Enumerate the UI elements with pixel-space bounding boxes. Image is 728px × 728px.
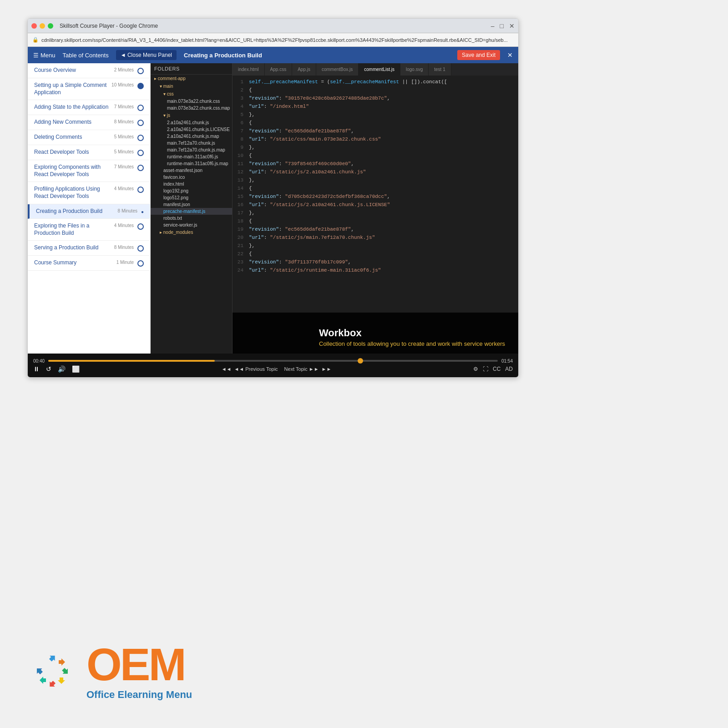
sidebar-item-0[interactable]: Course Overview 2 Minutes (28, 63, 150, 78)
file-item-14[interactable]: favicon.ico (151, 174, 232, 181)
settings-icon[interactable]: ⚙ (473, 366, 478, 372)
sidebar-item-11[interactable]: Course Summary 1 Minute (28, 256, 150, 271)
editor-content[interactable]: 1self.__precacheManifest = (self.__preca… (233, 76, 518, 313)
player-controls: ⏸ ↺ 🔊 ⬜ ◄◄ ◄◄ Previous Topic Next Topic … (33, 365, 513, 373)
address-bar[interactable]: 🔒 cdnlibrary.skillport.com/ssp/Content/r… (28, 33, 518, 47)
file-item-8[interactable]: 2.a10a2461.chunk.js.map (151, 133, 232, 140)
sidebar-status-dot (137, 245, 144, 252)
file-item-10[interactable]: main.7ef12a70.chunk.js.map (151, 147, 232, 153)
line-code: "revision": "3df7113776f8b17c099", (249, 258, 518, 266)
line-number: 3 (233, 94, 249, 102)
file-item-13[interactable]: asset-manifest.json (151, 167, 232, 174)
next-topic-nav[interactable]: Next Topic ►► ►► (284, 366, 332, 372)
file-item-4[interactable]: main.073e3a22.chunk.css.map (151, 105, 232, 111)
close-icon[interactable]: ✕ (509, 22, 515, 30)
cc-button[interactable]: CC (493, 366, 500, 372)
file-folder-22[interactable]: ▸ node_modules (151, 228, 232, 236)
sidebar-item-meta: 4 Minutes (114, 186, 134, 191)
code-line-13: 13 }, (233, 176, 518, 184)
line-code: "revision": "30157e8c428c6ba926274885dae… (249, 94, 518, 102)
file-item-3[interactable]: main.073e3a22.chunk.css (151, 98, 232, 105)
editor-tab-6[interactable]: test 1 (429, 63, 451, 76)
nav-close-icon[interactable]: ✕ (507, 51, 513, 59)
sidebar-item-5[interactable]: React Developer Tools 5 Minutes (28, 145, 150, 160)
file-item-16[interactable]: logo192.png (151, 187, 232, 194)
sidebar-item-label: Deleting Comments (34, 134, 111, 141)
file-item-12[interactable]: runtime-main.311ac0f6.js.map (151, 160, 232, 167)
file-folder-2[interactable]: ▾ css (151, 90, 232, 98)
browser-title-bar: Skillsoft Course Player - Google Chrome … (28, 19, 518, 33)
minimize-icon[interactable]: – (491, 22, 495, 30)
file-item-7[interactable]: 2.a10a2461.chunk.js.LICENSE (151, 126, 232, 133)
volume-button[interactable]: 🔊 (58, 365, 66, 373)
line-number: 8 (233, 135, 249, 143)
lock-icon: 🔒 (32, 37, 39, 43)
player-right-icons: ⚙ ⛶ CC AD (473, 366, 513, 372)
window-minimize-dot[interactable] (40, 23, 45, 29)
editor-tab-3[interactable]: commentBox.js (316, 63, 359, 76)
fullscreen-icon[interactable]: ⛶ (483, 366, 488, 372)
logo-text-block: OEM Office Elearning Menu (86, 642, 192, 701)
code-line-20: 20 "url": "/static/js/main.7ef12a70.chun… (233, 233, 518, 242)
code-editor: index.htmlApp.cssApp.jscommentBox.jscomm… (233, 63, 518, 354)
sidebar-item-2[interactable]: Adding State to the Application 7 Minute… (28, 100, 150, 115)
file-item-21[interactable]: service-worker.js (151, 222, 232, 228)
restore-icon[interactable]: □ (500, 22, 504, 30)
file-item-9[interactable]: main.7ef12a70.chunk.js (151, 140, 232, 147)
sidebar-item-6[interactable]: Exploring Components with React Develope… (28, 160, 150, 182)
file-item-18[interactable]: manifest.json (151, 201, 232, 208)
sidebar-status-dot (137, 68, 144, 74)
line-number: 9 (233, 143, 249, 152)
code-line-7: 7 "revision": "ec565d6dafe21bae878f", (233, 127, 518, 135)
editor-tab-1[interactable]: App.css (265, 63, 293, 76)
editor-tab-5[interactable]: logo.svg (400, 63, 429, 76)
file-item-17[interactable]: logo512.png (151, 194, 232, 201)
file-folder-5[interactable]: ▾ js (151, 111, 232, 119)
ad-button[interactable]: AD (505, 366, 513, 372)
save-exit-button[interactable]: Save and Exit (457, 50, 500, 60)
editor-tab-0[interactable]: index.html (233, 63, 265, 76)
progress-track[interactable] (48, 360, 498, 362)
file-item-6[interactable]: 2.a10a2461.chunk.js (151, 119, 232, 126)
window-close-dot[interactable] (31, 23, 37, 29)
file-name-text: 2.a10a2461.chunk.js.LICENSE (167, 127, 230, 132)
file-item-15[interactable]: index.html (151, 181, 232, 187)
time-total: 01:54 (501, 359, 513, 364)
sidebar-item-3[interactable]: Adding New Comments 8 Minutes (28, 115, 150, 130)
file-item-11[interactable]: runtime-main.311ac0f6.js (151, 153, 232, 160)
editor-tab-2[interactable]: App.js (292, 63, 316, 76)
file-item-20[interactable]: robots.txt (151, 215, 232, 222)
file-folder-1[interactable]: ▾ main (151, 82, 232, 90)
line-code: "url": "/static/js/main.7ef12a70.chunk.j… (249, 233, 518, 242)
prev-topic-nav[interactable]: ◄◄ ◄◄ Previous Topic (222, 366, 278, 372)
sidebar-item-1[interactable]: Setting up a Simple Comment Application … (28, 78, 150, 100)
code-line-5: 5 }, (233, 111, 518, 119)
subtitles-button[interactable]: ⬜ (72, 365, 80, 373)
url-text: cdnlibrary.skillport.com/ssp/Content/ria… (41, 37, 514, 43)
close-panel-button[interactable]: ◄ Close Menu Panel (116, 50, 177, 60)
editor-tab-4[interactable]: commentList.js (359, 63, 400, 76)
sidebar-item-9[interactable]: Exploring the Files in a Production Buil… (28, 219, 150, 241)
code-line-18: 18 { (233, 217, 518, 225)
sidebar-item-4[interactable]: Deleting Comments 5 Minutes (28, 130, 150, 145)
line-number: 22 (233, 250, 249, 258)
sidebar-item-8[interactable]: Creating a Production Build 8 Minutes ● (28, 204, 150, 219)
video-overlay: Workbox Collection of tools allowing you… (233, 313, 518, 354)
sidebar-item-10[interactable]: Serving a Production Build 8 Minutes (28, 241, 150, 256)
line-number: 18 (233, 217, 249, 225)
play-pause-button[interactable]: ⏸ (33, 365, 40, 373)
line-number: 1 (233, 78, 249, 86)
line-code: { (249, 184, 518, 192)
sidebar-item-7[interactable]: Profiling Applications Using React Devel… (28, 182, 150, 204)
file-panel: FOLDERS ▸ comment-app▾ main▾ cssmain.073… (151, 63, 233, 354)
progress-dot (358, 358, 363, 364)
rewind-button[interactable]: ↺ (46, 365, 51, 373)
code-line-2: 2 { (233, 86, 518, 94)
file-item-19[interactable]: precache-manifest.js (151, 208, 232, 215)
line-number: 20 (233, 233, 249, 242)
file-folder-0[interactable]: ▸ comment-app (151, 75, 232, 82)
sidebar-item-label: Adding State to the Application (34, 104, 111, 111)
window-maximize-dot[interactable] (48, 23, 53, 29)
toc-link[interactable]: Table of Contents (63, 52, 109, 59)
menu-button[interactable]: ☰ Menu (33, 52, 56, 59)
